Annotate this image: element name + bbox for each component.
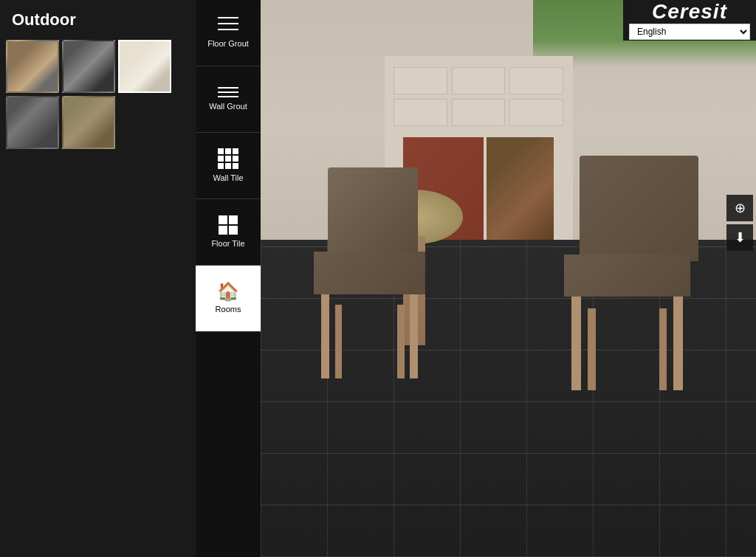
room-thumbnail-1[interactable] <box>6 40 59 93</box>
right-panel: Floor Grout Wall Grout Wall Tile <box>196 0 756 557</box>
scene-controls: ⊕ ⬇ <box>724 192 756 254</box>
chair-right <box>548 156 707 390</box>
wall-tile-label: Wall Tile <box>213 173 243 183</box>
room-thumbnail-2[interactable] <box>62 40 115 93</box>
chair-right-shape <box>548 156 707 390</box>
scene-viewport: Ceresit English Deutsch Français Español… <box>261 0 756 557</box>
menu-item-floor-grout[interactable]: Floor Grout <box>196 0 261 66</box>
logo-area: Ceresit English Deutsch Français Español… <box>623 0 756 41</box>
chair-left-shape <box>300 167 439 379</box>
floor-grout-label: Floor Grout <box>207 39 249 49</box>
zoom-in-button[interactable]: ⊕ <box>726 195 753 221</box>
sidebar: Outdoor <box>0 0 196 557</box>
menu-item-rooms[interactable]: 🏠 Rooms <box>196 266 261 332</box>
room-thumbnail-5[interactable] <box>62 96 115 149</box>
floor-tile-icon <box>219 215 238 235</box>
room-thumbnail-3[interactable] <box>118 40 171 93</box>
sidebar-title: Outdoor <box>0 0 196 37</box>
rooms-icon: 🏠 <box>217 283 239 300</box>
floor-grout-icon <box>218 17 238 35</box>
language-select[interactable]: English Deutsch Français Español Polski <box>629 24 750 40</box>
wall-grout-label: Wall Grout <box>209 102 247 111</box>
floor-tile-label: Floor Tile <box>211 239 244 249</box>
menu-item-wall-grout[interactable]: Wall Grout <box>196 66 261 133</box>
chair-left <box>300 167 439 379</box>
wall-grout-icon <box>218 87 238 97</box>
room-thumbnails <box>0 37 196 152</box>
menu-item-wall-tile[interactable]: Wall Tile <box>196 133 261 199</box>
vertical-menu: Floor Grout Wall Grout Wall Tile <box>196 0 261 557</box>
rooms-label: Rooms <box>216 305 241 314</box>
logo-text: Ceresit <box>652 1 727 22</box>
download-button[interactable]: ⬇ <box>726 224 753 251</box>
room-thumbnail-4[interactable] <box>6 96 59 149</box>
menu-item-floor-tile[interactable]: Floor Tile <box>196 199 261 266</box>
wall-tile-icon <box>218 148 238 169</box>
